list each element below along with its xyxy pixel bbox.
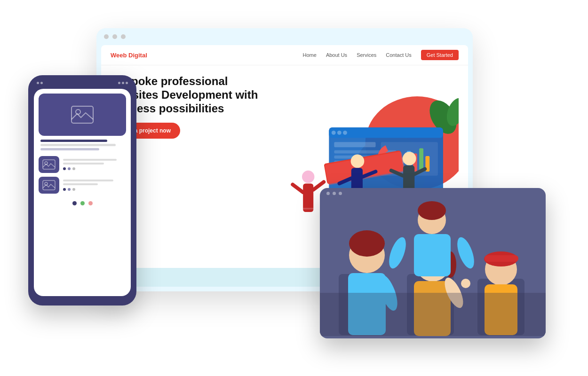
svg-rect-35 [72, 106, 93, 123]
mobile-screen [34, 89, 131, 296]
svg-rect-9 [334, 142, 375, 147]
svg-point-60 [418, 201, 446, 220]
desktop-brand: Weeb Digital [111, 52, 147, 59]
mobile-list-dot-2a [63, 188, 66, 191]
svg-rect-8 [343, 131, 347, 135]
mobile-notch-dot-4 [122, 82, 124, 84]
video-dot-2 [333, 192, 336, 195]
main-scene: Weeb Digital Home About Us Services Cont… [0, 0, 588, 376]
mobile-bottom-dot-3 [88, 201, 93, 205]
mobile-list-line-2a [63, 180, 113, 181]
mobile-list-item-1 [39, 156, 126, 173]
mobile-list-line-1a [63, 159, 117, 161]
mobile-notch-dot-2 [40, 82, 43, 84]
svg-rect-37 [43, 160, 55, 169]
mobile-list-dots-2 [63, 188, 126, 191]
mobile-list-dot-2b [68, 188, 71, 191]
mobile-notch-dot-1 [37, 82, 39, 84]
svg-rect-61 [414, 234, 451, 276]
desktop-nav-services: Services [357, 52, 376, 58]
mobile-notch-right-dots [118, 82, 128, 84]
svg-rect-23 [303, 183, 313, 212]
video-top-bar [320, 188, 546, 199]
mobile-text-line-3 [40, 148, 99, 150]
svg-point-54 [461, 279, 470, 288]
mobile-thumb-svg-1 [42, 159, 56, 170]
mobile-list-item-2 [39, 177, 126, 194]
mobile-list-dot-1b [68, 167, 71, 170]
video-dot-1 [326, 192, 330, 195]
mobile-thumb-svg-2 [42, 180, 56, 190]
desktop-nav-cta[interactable]: Get Started [421, 50, 459, 60]
svg-point-26 [351, 155, 365, 168]
desktop-dot-3 [121, 34, 126, 39]
mobile-notch-bar [34, 82, 131, 84]
mobile-notch-dot-5 [126, 82, 128, 84]
mobile-list-lines-2 [63, 180, 126, 191]
svg-point-46 [349, 230, 385, 257]
desktop-nav: Weeb Digital Home About Us Services Cont… [101, 45, 468, 65]
mobile-list-dot-1c [72, 167, 75, 170]
mobile-list-thumb-2 [39, 177, 59, 194]
mobile-bottom-dots [39, 201, 126, 205]
mobile-hero-svg [71, 105, 94, 124]
video-dot-3 [339, 192, 342, 195]
svg-rect-6 [332, 131, 336, 135]
mobile-bottom-dot-1 [72, 201, 77, 205]
mobile-list [39, 156, 126, 194]
desktop-dot-1 [104, 34, 109, 39]
svg-point-22 [302, 171, 314, 183]
mobile-mockup [28, 75, 136, 306]
mobile-list-lines-1 [63, 159, 126, 170]
mobile-list-dot-1a [63, 167, 66, 170]
mobile-list-dots-1 [63, 167, 126, 170]
svg-rect-64 [320, 293, 546, 336]
desktop-nav-about: About Us [326, 52, 347, 58]
mobile-text-line-2 [40, 144, 116, 146]
mobile-list-dot-2c [72, 188, 75, 191]
mobile-notch-left-dots [37, 82, 43, 84]
mobile-text-lines [39, 140, 126, 150]
desktop-nav-home: Home [303, 52, 317, 58]
svg-rect-39 [43, 180, 55, 190]
svg-rect-7 [337, 131, 342, 135]
svg-rect-57 [485, 255, 518, 262]
video-illustration-svg [320, 199, 546, 336]
mobile-hero-image [39, 94, 126, 136]
mobile-list-line-1b [63, 163, 104, 164]
video-content [320, 199, 546, 336]
desktop-nav-contact: Contact Us [386, 52, 411, 58]
mobile-notch-dot-3 [118, 82, 120, 84]
mobile-text-line-1 [40, 140, 107, 142]
video-mockup [320, 188, 546, 338]
desktop-dot-2 [112, 34, 117, 39]
svg-point-36 [76, 110, 80, 114]
mobile-bottom-dot-2 [80, 201, 85, 205]
desktop-top-bar [96, 28, 473, 45]
svg-line-24 [293, 185, 303, 193]
svg-line-25 [313, 182, 324, 190]
mobile-list-thumb-1 [39, 156, 59, 173]
mobile-list-line-2b [63, 183, 98, 185]
svg-point-30 [403, 152, 416, 165]
